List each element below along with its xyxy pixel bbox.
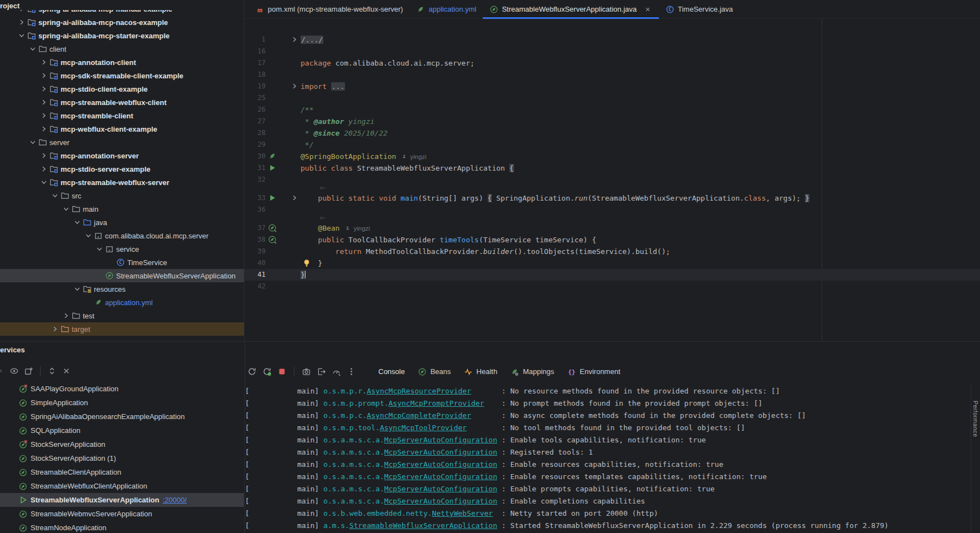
code-line-41[interactable]: 41} <box>244 269 980 281</box>
chevron-down-icon[interactable] <box>72 218 82 227</box>
service-row-StockServerApplication (1)[interactable]: StockServerApplication (1) <box>0 451 244 465</box>
service-row-SQLApplication[interactable]: SQLApplication <box>0 424 244 437</box>
code-line-16[interactable]: 16 <box>244 46 980 57</box>
code-line-27[interactable]: 27 * @author yingzi <box>244 116 980 127</box>
service-row-SAAPlayGroundApplication[interactable]: SAAPlayGroundApplication <box>0 382 244 396</box>
chevron-down-icon[interactable] <box>83 231 93 240</box>
code-line-1[interactable]: 1/.../ <box>244 34 980 46</box>
stop-icon[interactable] <box>277 367 287 376</box>
editor-tab-pom.xml (mcp-streamable-webflux-server)[interactable]: mpom.xml (mcp-streamable-webflux-server) <box>249 0 409 18</box>
close-icon[interactable] <box>643 5 652 14</box>
code-line-25[interactable]: 25 <box>244 92 980 104</box>
code-line-38[interactable]: 38 public ToolCallbackProvider timeTools… <box>244 234 980 246</box>
tree-row-client[interactable]: client <box>0 42 244 56</box>
code-vision-inlay[interactable] <box>244 216 980 222</box>
chevron-right-icon[interactable] <box>39 151 49 160</box>
partial-icon[interactable] <box>0 366 4 376</box>
chevron-right-icon[interactable] <box>39 98 49 107</box>
tree-row-spring-ai-alibaba-mcp-nacos-example[interactable]: spring-ai-alibaba-mcp-nacos-example <box>0 16 244 29</box>
run-icon[interactable] <box>268 163 277 172</box>
tree-row-spring-ai-alibaba-mcp-starter-example[interactable]: spring-ai-alibaba-mcp-starter-example <box>0 29 244 42</box>
collapse-all-icon[interactable] <box>62 366 71 376</box>
run-icon[interactable] <box>268 193 277 202</box>
chevron-left-icon[interactable] <box>971 387 980 396</box>
tree-row-main[interactable]: main <box>0 202 244 216</box>
code-line-31[interactable]: 31public class StreamableWebfluxServerAp… <box>244 162 980 174</box>
spring-bean-icon[interactable] <box>268 235 277 244</box>
code-line-19[interactable]: 19import ... <box>244 81 980 92</box>
chevron-right-icon[interactable] <box>61 311 71 320</box>
chevron-right-icon[interactable] <box>39 84 49 93</box>
chevron-down-icon[interactable] <box>28 44 38 53</box>
console-log[interactable]: [ main] o.s.m.p.r.AsyncMcpResourceProvid… <box>245 385 971 533</box>
rerun-icon[interactable] <box>247 367 257 376</box>
chevron-down-icon[interactable] <box>72 285 82 293</box>
tree-row-mcp-annotation-client[interactable]: mcp-annotation-client <box>0 56 244 69</box>
service-row-StreamNodeApplication[interactable]: StreamNodeApplication <box>0 521 244 533</box>
project-panel-header[interactable]: roject <box>0 0 244 10</box>
services-panel-header[interactable]: ervices <box>0 342 25 358</box>
chevron-right-icon[interactable] <box>39 71 49 80</box>
logger-link[interactable]: McpServerAutoConfiguration <box>384 460 497 469</box>
code-line-17[interactable]: 17package com.alibaba.cloud.ai.mcp.serve… <box>244 57 980 69</box>
tree-row-service[interactable]: service <box>0 242 244 256</box>
service-row-StreamableWebfluxServerApplication[interactable]: StreamableWebfluxServerApplication:20000… <box>0 493 244 507</box>
tree-row-mcp-stdio-server-example[interactable]: mcp-stdio-server-example <box>0 162 244 176</box>
chevron-right-icon[interactable] <box>17 18 27 27</box>
add-service-icon[interactable] <box>24 366 33 376</box>
chevron-right-icon[interactable] <box>50 325 60 333</box>
performance-stripe-button[interactable]: Performance <box>972 401 979 437</box>
logger-link[interactable]: McpServerAutoConfiguration <box>384 472 497 481</box>
tree-row-java[interactable]: java <box>0 216 244 229</box>
eye-icon[interactable] <box>9 366 19 376</box>
console-tab-Health[interactable]: Health <box>460 367 501 376</box>
chevron-down-icon[interactable] <box>39 178 49 187</box>
code-line-33[interactable]: 33 public static void main(String[] args… <box>244 192 980 204</box>
console-tab-Console[interactable]: Console <box>375 367 408 376</box>
editor-tab-application.yml[interactable]: application.yml <box>409 0 483 18</box>
console-tab-Environment[interactable]: {}Environment <box>563 367 624 376</box>
expand-all-icon[interactable] <box>47 366 57 376</box>
tree-row-StreamableWebfluxServerApplication[interactable]: StreamableWebfluxServerApplication <box>0 269 244 282</box>
logger-link[interactable]: AsyncMcpToolProvider <box>380 424 467 432</box>
tree-row-TimeService[interactable]: CTimeService <box>0 256 244 269</box>
thread-dump-icon[interactable] <box>302 367 311 376</box>
service-row-SimpleApplication[interactable]: SimpleApplication <box>0 396 244 410</box>
tree-row-server[interactable]: server <box>0 136 244 149</box>
tree-row-mcp-stdio-client-example[interactable]: mcp-stdio-client-example <box>0 82 244 96</box>
chevron-down-icon[interactable] <box>50 191 60 200</box>
code-line-18[interactable]: 18 <box>244 69 980 81</box>
inlay-usages-icon[interactable] <box>318 186 328 192</box>
fold-marker-icon[interactable] <box>290 35 298 44</box>
logger-link[interactable]: McpServerAutoConfiguration <box>384 448 497 456</box>
service-row-StreamableWebmvcServerApplication[interactable]: StreamableWebmvcServerApplication <box>0 507 244 521</box>
editor-tab-StreamableWebfluxServerApplication.java[interactable]: StreamableWebfluxServerApplication.java <box>483 0 659 18</box>
tree-row-test[interactable]: test <box>0 309 244 322</box>
code-line-29[interactable]: 29 */ <box>244 139 980 151</box>
fold-marker-icon[interactable] <box>290 193 298 202</box>
chevron-down-icon[interactable] <box>17 31 27 40</box>
code-vision-inlay[interactable] <box>244 186 980 192</box>
logger-link[interactable]: McpServerAutoConfiguration <box>384 436 497 444</box>
editor-tab-TimeService.java[interactable]: CTimeService.java <box>659 0 739 18</box>
code-line-40[interactable]: 40 } <box>244 257 980 269</box>
detach-icon[interactable] <box>317 367 326 376</box>
logger-link[interactable]: AsyncMcpCompleteProvider <box>367 411 471 420</box>
tree-row-mcp-streamble-client[interactable]: mcp-streamble-client <box>0 109 244 122</box>
tree-row-mcp-streamable-webflux-server[interactable]: mcp-streamable-webflux-server <box>0 176 244 189</box>
chevron-right-icon[interactable] <box>39 165 49 173</box>
chevron-down-icon[interactable] <box>61 205 71 213</box>
fold-marker-icon[interactable] <box>290 82 298 91</box>
tree-row-com.alibaba.cloud.ai.mcp.server[interactable]: com.alibaba.cloud.ai.mcp.server <box>0 229 244 242</box>
code-line-30[interactable]: 30@SpringBootApplicationyingzi <box>244 151 980 162</box>
tree-row-application.yml[interactable]: application.yml <box>0 296 244 309</box>
tree-row-resources[interactable]: resources <box>0 282 244 296</box>
service-row-StreamableClientApplication[interactable]: StreamableClientApplication <box>0 465 244 479</box>
logger-link[interactable]: McpServerAutoConfiguration <box>384 497 497 505</box>
more-icon[interactable] <box>347 367 356 376</box>
code-editor[interactable]: 1/.../1617package com.alibaba.cloud.ai.m… <box>244 19 980 341</box>
chevron-down-icon[interactable] <box>28 138 38 147</box>
spring-bean-icon[interactable] <box>268 223 277 232</box>
tree-row-mcp-annotation-server[interactable]: mcp-annotation-server <box>0 149 244 162</box>
code-line-39[interactable]: 39 return MethodToolCallbackProvider.bui… <box>244 246 980 257</box>
